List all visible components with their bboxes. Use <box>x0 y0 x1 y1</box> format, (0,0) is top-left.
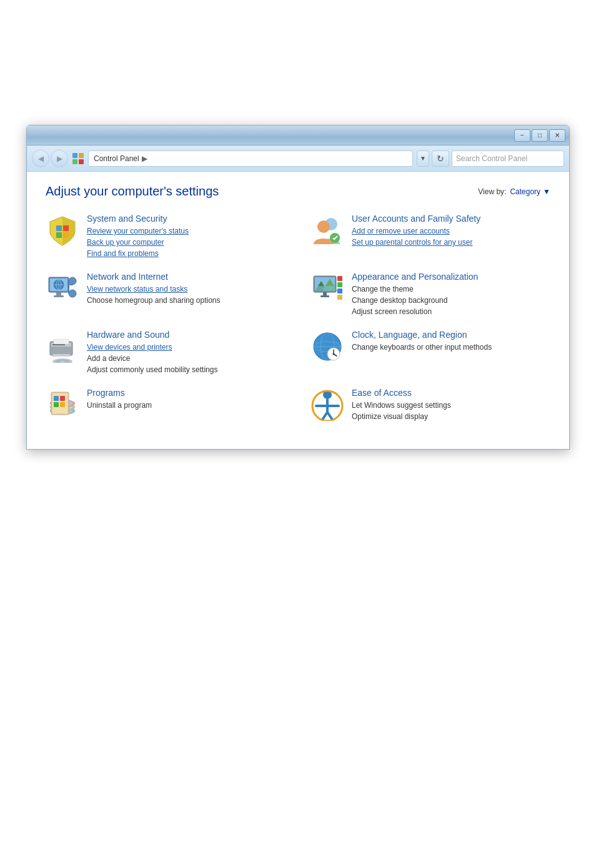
nav-bar: ◀ ▶ Control Panel ▶ ▼ ↻ Search Control P… <box>27 145 569 172</box>
categories-grid: System and Security Review your computer… <box>46 214 550 422</box>
view-by-label: View by: <box>478 187 506 196</box>
svg-rect-33 <box>337 282 342 287</box>
clock-text-1: Change keyboards or other input methods <box>352 342 550 353</box>
title-bar-buttons: − □ ✕ <box>514 129 565 142</box>
clock-text: Clock, Language, and Region Change keybo… <box>352 330 550 353</box>
network-title[interactable]: Network and Internet <box>87 272 286 282</box>
system-security-link-2[interactable]: Back up your computer <box>87 237 286 248</box>
svg-rect-66 <box>60 402 65 407</box>
svg-line-71 <box>327 412 332 420</box>
appearance-icon <box>310 272 344 305</box>
svg-point-20 <box>69 290 76 297</box>
svg-rect-34 <box>337 289 342 293</box>
search-placeholder: Search Control Panel <box>456 154 527 163</box>
category-programs: Programs Uninstall a program <box>46 388 286 422</box>
hardware-text: Hardware and Sound View devices and prin… <box>87 330 286 375</box>
network-text-1: Choose homegroup and sharing options <box>87 295 286 306</box>
ease-of-access-text-2: Optimize visual display <box>352 411 550 422</box>
ease-of-access-text: Ease of Access Let Windows suggest setti… <box>352 388 550 422</box>
svg-rect-31 <box>320 295 329 297</box>
svg-rect-32 <box>337 276 342 281</box>
hardware-text-1: Add a device <box>87 353 286 364</box>
close-button[interactable]: ✕ <box>549 129 565 142</box>
appearance-title[interactable]: Appearance and Personalization <box>352 272 550 282</box>
desktop: − □ ✕ ◀ ▶ Control Panel ▶ <box>0 0 596 868</box>
svg-rect-2 <box>72 159 77 164</box>
network-link-1[interactable]: View network status and tasks <box>87 284 286 295</box>
category-clock: Clock, Language, and Region Change keybo… <box>310 330 550 375</box>
system-security-text: System and Security Review your computer… <box>87 214 286 259</box>
clock-title[interactable]: Clock, Language, and Region <box>352 330 550 340</box>
programs-icon <box>46 388 79 422</box>
svg-rect-39 <box>54 339 69 344</box>
hardware-icon <box>46 330 79 363</box>
svg-rect-35 <box>337 295 342 300</box>
user-accounts-title[interactable]: User Accounts and Family Safety <box>352 214 550 224</box>
category-system-security: System and Security Review your computer… <box>46 214 286 259</box>
system-security-icon <box>46 214 79 247</box>
appearance-text-1: Change the theme <box>352 284 550 295</box>
address-dropdown[interactable]: ▼ <box>417 150 429 167</box>
svg-point-43 <box>60 361 65 363</box>
control-panel-icon <box>72 152 84 165</box>
category-user-accounts: User Accounts and Family Safety Add or r… <box>310 214 550 259</box>
programs-text-1: Uninstall a program <box>87 400 286 411</box>
appearance-text-3: Adjust screen resolution <box>352 306 550 317</box>
ease-of-access-title[interactable]: Ease of Access <box>352 388 550 398</box>
network-icon <box>46 272 79 305</box>
title-bar: − □ ✕ <box>27 126 569 145</box>
system-security-title[interactable]: System and Security <box>87 214 286 224</box>
system-security-link-3[interactable]: Find and fix problems <box>87 248 286 259</box>
programs-text: Programs Uninstall a program <box>87 388 286 411</box>
view-by: View by: Category ▼ <box>478 187 550 196</box>
hardware-link-1[interactable]: View devices and printers <box>87 342 286 353</box>
ease-of-access-icon <box>310 388 344 422</box>
back-button[interactable]: ◀ <box>32 150 49 167</box>
category-appearance: Appearance and Personalization Change th… <box>310 272 550 317</box>
svg-rect-64 <box>60 396 65 401</box>
ease-of-access-text-1: Let Windows suggest settings <box>352 400 550 411</box>
system-security-link-1[interactable]: Review your computer's status <box>87 225 286 237</box>
svg-rect-38 <box>52 344 65 345</box>
nav-right: ▼ ↻ Search Control Panel <box>417 150 564 167</box>
svg-rect-7 <box>63 232 69 238</box>
user-accounts-text: User Accounts and Family Safety Add or r… <box>352 214 550 248</box>
svg-rect-6 <box>56 232 62 238</box>
breadcrumb-arrow-icon: ▶ <box>142 154 147 163</box>
forward-button[interactable]: ▶ <box>51 150 68 167</box>
maximize-button[interactable]: □ <box>532 129 548 142</box>
hardware-title[interactable]: Hardware and Sound <box>87 330 286 340</box>
category-ease-of-access: Ease of Access Let Windows suggest setti… <box>310 388 550 422</box>
content-area: Adjust your computer's settings View by:… <box>27 172 569 435</box>
appearance-text: Appearance and Personalization Change th… <box>352 272 550 317</box>
user-accounts-link-1[interactable]: Add or remove user accounts <box>352 225 550 237</box>
view-by-value: Category <box>510 187 540 196</box>
svg-rect-18 <box>54 295 64 297</box>
svg-rect-1 <box>79 153 84 158</box>
svg-point-9 <box>317 220 330 233</box>
svg-rect-63 <box>54 396 59 401</box>
network-text: Network and Internet View network status… <box>87 272 286 306</box>
nav-arrows: ◀ ▶ <box>32 150 68 167</box>
breadcrumb-root: Control Panel <box>94 154 139 163</box>
user-accounts-link-2[interactable]: Set up parental controls for any user <box>352 237 550 248</box>
content-header: Adjust your computer's settings View by:… <box>46 184 550 199</box>
svg-rect-30 <box>323 292 327 295</box>
svg-rect-65 <box>54 402 59 407</box>
appearance-text-2: Change desktop background <box>352 295 550 306</box>
refresh-button[interactable]: ↻ <box>432 150 449 167</box>
svg-rect-40 <box>52 354 70 357</box>
minimize-button[interactable]: − <box>514 129 530 142</box>
svg-rect-17 <box>56 292 61 295</box>
hardware-text-2: Adjust commonly used mobility settings <box>87 364 286 375</box>
user-accounts-icon <box>310 214 344 247</box>
svg-point-19 <box>69 277 76 285</box>
category-network: Network and Internet View network status… <box>46 272 286 317</box>
view-by-dropdown[interactable]: Category ▼ <box>510 187 550 196</box>
view-by-chevron-icon: ▼ <box>543 187 550 196</box>
page-title: Adjust your computer's settings <box>46 184 219 199</box>
programs-title[interactable]: Programs <box>87 388 286 398</box>
search-box[interactable]: Search Control Panel <box>452 150 564 167</box>
breadcrumb[interactable]: Control Panel ▶ <box>88 150 413 167</box>
svg-rect-3 <box>79 159 84 164</box>
